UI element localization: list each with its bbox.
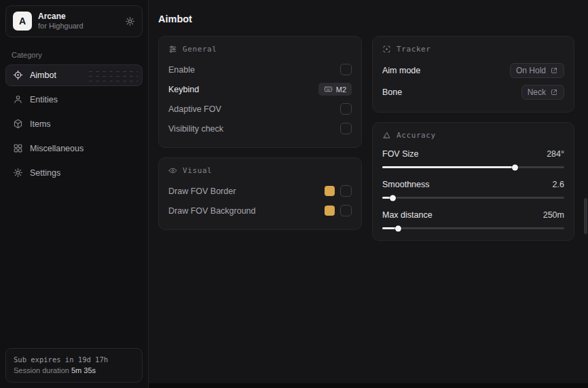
sidebar-item-label: Miscellaneous xyxy=(30,144,84,153)
setting-row-visibility-check: Visibility check xyxy=(168,119,352,138)
sidebar-item-label: Settings xyxy=(30,168,60,178)
control-group xyxy=(325,205,352,216)
sliders-icon xyxy=(168,45,177,54)
session-duration: Session duration5m 35s xyxy=(14,365,134,376)
setting-row-draw-fov-border: Draw FOV Border xyxy=(168,181,352,201)
sidebar-nav: Aimbot Entities Items xyxy=(0,64,148,184)
sidebar-item-label: Entities xyxy=(30,95,58,104)
slider-thumb[interactable] xyxy=(395,225,401,231)
setting-label: Draw FOV Border xyxy=(168,187,236,196)
viewfinder-icon xyxy=(382,45,391,54)
setting-row-keybind: Keybind M2 xyxy=(168,79,352,99)
setting-row-draw-fov-background: Draw FOV Background xyxy=(168,201,352,220)
setting-row-aim-mode: Aim mode On Hold xyxy=(382,60,564,81)
setting-row-adaptive-fov: Adaptive FOV xyxy=(168,99,352,119)
grid-icon xyxy=(13,143,23,153)
subscription-card: Sub expires in 19d 17h Session duration5… xyxy=(5,348,143,383)
page-title: Aimbot xyxy=(158,14,574,24)
slider-label: Smoothness xyxy=(382,180,429,189)
session-label: Session duration xyxy=(14,366,69,374)
setting-label: Keybind xyxy=(168,85,199,94)
slider-label: FOV Size xyxy=(382,149,419,159)
slider-value: 2.6 xyxy=(553,180,564,189)
slider-value: 284° xyxy=(547,149,564,159)
sidebar-item-miscellaneous[interactable]: Miscellaneous xyxy=(5,138,143,159)
smoothness-slider[interactable] xyxy=(382,197,564,199)
adaptive-fov-checkbox[interactable] xyxy=(340,103,352,115)
keybind-value: M2 xyxy=(336,85,346,94)
gear-icon xyxy=(13,168,23,178)
bone-select[interactable]: Neck xyxy=(521,85,564,100)
aim-mode-value: On Hold xyxy=(516,66,546,75)
accuracy-card-header: Accuracy xyxy=(382,131,564,140)
setting-label: Aim mode xyxy=(382,66,420,75)
slider-value: 250m xyxy=(543,210,564,220)
general-card-header: General xyxy=(168,45,352,54)
setting-row-bone: Bone Neck xyxy=(382,81,564,103)
session-value: 5m 35s xyxy=(71,366,96,374)
sidebar: A Arcane for Highguard Category xyxy=(0,0,149,388)
max-distance-setting: Max distance 250m xyxy=(382,207,564,229)
visual-card: Visual Draw FOV Border Draw FOV Backgrou… xyxy=(158,157,362,230)
sidebar-item-items[interactable]: Items xyxy=(5,113,143,135)
brand-text: Arcane for Highguard xyxy=(38,12,119,31)
fov-background-color-swatch[interactable] xyxy=(325,206,335,216)
setting-label: Visibility check xyxy=(168,124,223,134)
tracker-card: Tracker Aim mode On Hold xyxy=(372,36,574,113)
draw-fov-border-checkbox[interactable] xyxy=(340,185,352,197)
crosshair-icon xyxy=(13,70,23,80)
slider-fill xyxy=(382,227,399,229)
keyboard-icon xyxy=(324,85,333,94)
general-card: General Enable Keybind xyxy=(158,36,362,148)
app-window: A Arcane for Highguard Category xyxy=(0,0,588,388)
gear-icon[interactable] xyxy=(125,16,135,26)
accuracy-card: Accuracy FOV Size 284° xyxy=(372,122,574,241)
settings-columns: General Enable Keybind xyxy=(158,36,574,241)
person-icon xyxy=(13,94,23,104)
bone-value: Neck xyxy=(528,88,546,97)
cube-icon xyxy=(13,119,23,129)
accuracy-card-title: Accuracy xyxy=(397,131,436,140)
aim-mode-select[interactable]: On Hold xyxy=(510,63,564,78)
max-distance-slider[interactable] xyxy=(382,227,564,229)
bottom-edge xyxy=(149,383,588,388)
setting-row-enable: Enable xyxy=(168,60,352,79)
slider-head: Max distance 250m xyxy=(382,207,564,223)
external-link-icon xyxy=(550,88,558,96)
visual-card-title: Visual xyxy=(183,166,212,175)
slider-thumb[interactable] xyxy=(390,195,396,201)
sidebar-item-aimbot[interactable]: Aimbot xyxy=(5,64,143,86)
slider-label: Max distance xyxy=(382,210,433,220)
dashed-decoration xyxy=(89,70,138,82)
sidebar-item-entities[interactable]: Entities xyxy=(5,89,143,111)
setting-label: Adaptive FOV xyxy=(168,104,221,114)
sub-expiry-text: Sub expires in 19d 17h xyxy=(14,354,134,365)
app-subtitle: for Highguard xyxy=(38,22,119,31)
slider-thumb[interactable] xyxy=(512,164,518,170)
right-column: Tracker Aim mode On Hold xyxy=(372,36,574,241)
scrollbar-track[interactable] xyxy=(583,0,588,388)
visual-card-header: Visual xyxy=(168,166,352,175)
external-link-icon xyxy=(550,66,558,75)
app-logo: A xyxy=(13,12,32,31)
fov-size-slider[interactable] xyxy=(382,166,564,168)
slider-fill xyxy=(382,166,515,168)
main-panel: Aimbot General Enable xyxy=(149,0,588,388)
angle-icon xyxy=(382,131,391,140)
fov-border-color-swatch[interactable] xyxy=(325,186,335,196)
sidebar-item-label: Aimbot xyxy=(30,71,56,80)
smoothness-setting: Smoothness 2.6 xyxy=(382,176,564,199)
setting-label: Bone xyxy=(382,88,402,97)
draw-fov-background-checkbox[interactable] xyxy=(340,205,352,216)
slider-head: Smoothness 2.6 xyxy=(382,176,564,193)
category-label: Category xyxy=(12,51,148,59)
slider-head: FOV Size 284° xyxy=(382,146,564,162)
setting-label: Enable xyxy=(168,65,195,75)
scrollbar-thumb[interactable] xyxy=(584,198,587,234)
sidebar-item-settings[interactable]: Settings xyxy=(5,162,143,184)
visibility-check-checkbox[interactable] xyxy=(340,123,352,134)
keybind-badge[interactable]: M2 xyxy=(318,83,352,96)
enable-checkbox[interactable] xyxy=(340,64,352,75)
fov-size-setting: FOV Size 284° xyxy=(382,146,564,168)
tracker-card-title: Tracker xyxy=(397,45,431,54)
